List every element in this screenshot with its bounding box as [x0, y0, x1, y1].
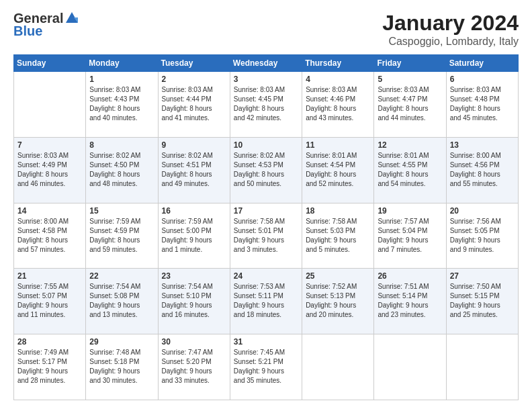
day-number: 28 [17, 337, 82, 347]
day-number: 30 [162, 337, 226, 347]
day-info: Sunrise: 8:03 AMSunset: 4:44 PMDaylight:… [162, 85, 226, 123]
calendar-header-row: SundayMondayTuesdayWednesdayThursdayFrid… [14, 55, 519, 72]
day-number: 26 [378, 271, 442, 281]
day-info: Sunrise: 7:52 AMSunset: 5:13 PMDaylight:… [306, 282, 370, 320]
calendar-cell: 6Sunrise: 8:03 AMSunset: 4:48 PMDaylight… [446, 72, 518, 138]
day-info: Sunrise: 8:01 AMSunset: 4:54 PMDaylight:… [306, 151, 370, 189]
day-info: Sunrise: 7:55 AMSunset: 5:07 PMDaylight:… [17, 282, 82, 320]
day-info: Sunrise: 7:47 AMSunset: 5:20 PMDaylight:… [162, 348, 226, 385]
calendar-cell: 26Sunrise: 7:51 AMSunset: 5:14 PMDayligh… [374, 269, 446, 334]
calendar-cell: 12Sunrise: 8:01 AMSunset: 4:55 PMDayligh… [374, 137, 446, 203]
day-info: Sunrise: 7:45 AMSunset: 5:21 PMDaylight:… [234, 348, 298, 385]
day-info: Sunrise: 8:00 AMSunset: 4:58 PMDaylight:… [17, 217, 82, 255]
day-info: Sunrise: 8:03 AMSunset: 4:47 PMDaylight:… [378, 85, 442, 123]
calendar-cell: 1Sunrise: 8:03 AMSunset: 4:43 PMDaylight… [86, 72, 158, 138]
calendar-week-3: 14Sunrise: 8:00 AMSunset: 4:58 PMDayligh… [14, 203, 519, 269]
calendar-cell: 2Sunrise: 8:03 AMSunset: 4:44 PMDaylight… [158, 72, 230, 138]
day-number: 16 [162, 206, 226, 216]
day-number: 23 [162, 271, 226, 281]
day-info: Sunrise: 7:50 AMSunset: 5:15 PMDaylight:… [450, 282, 515, 320]
calendar-header-monday: Monday [86, 55, 158, 72]
day-info: Sunrise: 7:51 AMSunset: 5:14 PMDaylight:… [378, 282, 442, 320]
calendar-cell: 8Sunrise: 8:02 AMSunset: 4:50 PMDaylight… [86, 137, 158, 203]
day-info: Sunrise: 8:01 AMSunset: 4:55 PMDaylight:… [378, 151, 442, 189]
day-info: Sunrise: 8:02 AMSunset: 4:51 PMDaylight:… [162, 151, 226, 189]
day-number: 4 [306, 75, 370, 84]
calendar-cell [446, 334, 518, 400]
main-title: January 2024 [382, 11, 519, 36]
day-number: 8 [89, 140, 154, 150]
calendar-cell: 23Sunrise: 7:54 AMSunset: 5:10 PMDayligh… [158, 269, 230, 334]
calendar-cell: 27Sunrise: 7:50 AMSunset: 5:15 PMDayligh… [446, 269, 518, 334]
day-info: Sunrise: 8:03 AMSunset: 4:46 PMDaylight:… [306, 85, 370, 123]
calendar-week-4: 21Sunrise: 7:55 AMSunset: 5:07 PMDayligh… [14, 269, 519, 334]
page: General Blue January 2024 Caspoggio, Lom… [0, 0, 532, 411]
calendar-cell: 24Sunrise: 7:53 AMSunset: 5:11 PMDayligh… [230, 269, 302, 334]
calendar-cell [14, 72, 86, 138]
day-number: 7 [17, 140, 82, 150]
day-number: 29 [89, 337, 154, 347]
calendar-week-5: 28Sunrise: 7:49 AMSunset: 5:17 PMDayligh… [14, 334, 519, 400]
day-number: 15 [89, 206, 154, 216]
day-info: Sunrise: 7:57 AMSunset: 5:04 PMDaylight:… [378, 217, 442, 255]
calendar-cell: 25Sunrise: 7:52 AMSunset: 5:13 PMDayligh… [302, 269, 374, 334]
calendar-header-wednesday: Wednesday [230, 55, 302, 72]
day-number: 6 [450, 75, 515, 84]
day-number: 14 [17, 206, 82, 216]
calendar-cell: 30Sunrise: 7:47 AMSunset: 5:20 PMDayligh… [158, 334, 230, 400]
calendar-cell: 22Sunrise: 7:54 AMSunset: 5:08 PMDayligh… [86, 269, 158, 334]
calendar-cell: 17Sunrise: 7:58 AMSunset: 5:01 PMDayligh… [230, 203, 302, 269]
day-number: 22 [89, 271, 154, 281]
calendar-cell: 16Sunrise: 7:59 AMSunset: 5:00 PMDayligh… [158, 203, 230, 269]
calendar-cell: 13Sunrise: 8:00 AMSunset: 4:56 PMDayligh… [446, 137, 518, 203]
day-number: 31 [234, 337, 298, 347]
day-info: Sunrise: 7:58 AMSunset: 5:01 PMDaylight:… [234, 217, 298, 255]
calendar-cell: 15Sunrise: 7:59 AMSunset: 4:59 PMDayligh… [86, 203, 158, 269]
calendar-cell: 29Sunrise: 7:48 AMSunset: 5:18 PMDayligh… [86, 334, 158, 400]
day-number: 3 [234, 75, 298, 84]
calendar-cell: 28Sunrise: 7:49 AMSunset: 5:17 PMDayligh… [14, 334, 86, 400]
calendar-cell: 18Sunrise: 7:58 AMSunset: 5:03 PMDayligh… [302, 203, 374, 269]
day-info: Sunrise: 7:59 AMSunset: 4:59 PMDaylight:… [89, 217, 154, 255]
day-info: Sunrise: 8:03 AMSunset: 4:45 PMDaylight:… [234, 85, 298, 123]
day-info: Sunrise: 7:56 AMSunset: 5:05 PMDaylight:… [450, 217, 515, 255]
day-info: Sunrise: 8:00 AMSunset: 4:56 PMDaylight:… [450, 151, 515, 189]
calendar-cell: 3Sunrise: 8:03 AMSunset: 4:45 PMDaylight… [230, 72, 302, 138]
day-number: 10 [234, 140, 298, 150]
logo-blue-text: Blue [13, 24, 42, 39]
header: General Blue January 2024 Caspoggio, Lom… [13, 11, 519, 48]
day-number: 1 [89, 75, 154, 84]
calendar-header-tuesday: Tuesday [158, 55, 230, 72]
logo: General Blue [13, 11, 79, 39]
calendar-cell: 14Sunrise: 8:00 AMSunset: 4:58 PMDayligh… [14, 203, 86, 269]
calendar-cell: 19Sunrise: 7:57 AMSunset: 5:04 PMDayligh… [374, 203, 446, 269]
day-number: 12 [378, 140, 442, 150]
calendar-cell: 21Sunrise: 7:55 AMSunset: 5:07 PMDayligh… [14, 269, 86, 334]
day-number: 25 [306, 271, 370, 281]
day-number: 17 [234, 206, 298, 216]
day-number: 11 [306, 140, 370, 150]
day-info: Sunrise: 8:02 AMSunset: 4:50 PMDaylight:… [89, 151, 154, 189]
calendar-week-1: 1Sunrise: 8:03 AMSunset: 4:43 PMDaylight… [14, 72, 519, 138]
calendar-cell: 4Sunrise: 8:03 AMSunset: 4:46 PMDaylight… [302, 72, 374, 138]
day-number: 21 [17, 271, 82, 281]
calendar-header-sunday: Sunday [14, 55, 86, 72]
day-info: Sunrise: 8:03 AMSunset: 4:49 PMDaylight:… [17, 151, 82, 189]
calendar-header-saturday: Saturday [446, 55, 518, 72]
day-info: Sunrise: 7:49 AMSunset: 5:17 PMDaylight:… [17, 348, 82, 385]
day-number: 2 [162, 75, 226, 84]
day-number: 20 [450, 206, 515, 216]
title-section: January 2024 Caspoggio, Lombardy, Italy [382, 11, 519, 48]
day-info: Sunrise: 8:02 AMSunset: 4:53 PMDaylight:… [234, 151, 298, 189]
day-info: Sunrise: 7:54 AMSunset: 5:08 PMDaylight:… [89, 282, 154, 320]
calendar-cell: 9Sunrise: 8:02 AMSunset: 4:51 PMDaylight… [158, 137, 230, 203]
subtitle: Caspoggio, Lombardy, Italy [382, 36, 519, 48]
day-number: 19 [378, 206, 442, 216]
day-info: Sunrise: 7:59 AMSunset: 5:00 PMDaylight:… [162, 217, 226, 255]
calendar-cell: 7Sunrise: 8:03 AMSunset: 4:49 PMDaylight… [14, 137, 86, 203]
day-number: 18 [306, 206, 370, 216]
day-info: Sunrise: 7:48 AMSunset: 5:18 PMDaylight:… [89, 348, 154, 385]
calendar-cell: 31Sunrise: 7:45 AMSunset: 5:21 PMDayligh… [230, 334, 302, 400]
calendar-cell: 10Sunrise: 8:02 AMSunset: 4:53 PMDayligh… [230, 137, 302, 203]
day-info: Sunrise: 8:03 AMSunset: 4:43 PMDaylight:… [89, 85, 154, 123]
